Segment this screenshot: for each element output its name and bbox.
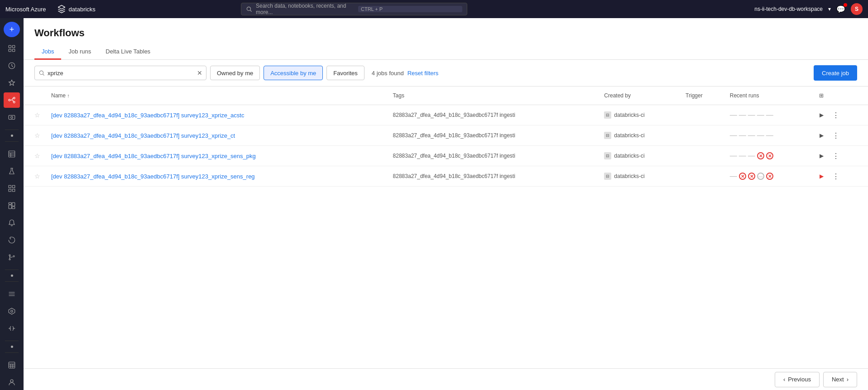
tab-delta-live-tables[interactable]: Delta Live Tables xyxy=(98,44,158,60)
run-2-3: — xyxy=(748,132,755,139)
sidebar-item-recents[interactable] xyxy=(4,58,20,73)
creator-name-1: databricks-ci xyxy=(614,112,644,118)
svg-rect-27 xyxy=(9,362,15,368)
sidebar-dot-3 xyxy=(11,346,13,348)
run-indicators-2: — — — — — xyxy=(730,132,805,139)
sidebar-item-tables[interactable] xyxy=(4,146,20,162)
sidebar-item-ml[interactable] xyxy=(4,303,20,319)
notification-icon[interactable]: 💬 xyxy=(836,5,845,14)
home-icon xyxy=(8,44,16,53)
sidebar-item-features[interactable] xyxy=(4,181,20,196)
catalog-icon xyxy=(8,361,16,369)
sidebar-item-admin[interactable] xyxy=(4,375,20,390)
sidebar-item-home[interactable] xyxy=(4,41,20,56)
play-button-4[interactable]: ▶ xyxy=(816,171,827,182)
sidebar-item-experiments[interactable] xyxy=(4,164,20,179)
col-star xyxy=(24,87,46,105)
workflows-icon xyxy=(8,96,16,104)
admin-icon xyxy=(8,378,16,386)
col-created-by: Created by xyxy=(599,87,680,105)
sidebar-item-catalog[interactable] xyxy=(4,357,20,373)
play-button-1[interactable]: ▶ xyxy=(816,110,827,120)
play-button-3[interactable]: ▶ xyxy=(816,150,827,161)
star-cell-2: ☆ xyxy=(24,125,46,146)
play-button-2[interactable]: ▶ xyxy=(816,130,827,141)
sidebar-item-history[interactable] xyxy=(4,232,20,248)
global-search[interactable]: Search data, notebooks, recents, and mor… xyxy=(241,3,467,15)
more-button-1[interactable]: ⋮ xyxy=(830,110,841,120)
job-link-3[interactable]: [dev 82883a27_dfea_4d94_b18c_93aedbc6717… xyxy=(51,153,256,159)
runs-cell-1: — — — — — xyxy=(724,105,810,125)
svg-point-26 xyxy=(11,310,13,313)
runs-cell-3: — — — ✕ ✕ xyxy=(724,146,810,166)
more-button-3[interactable]: ⋮ xyxy=(830,150,841,161)
run-indicators-1: — — — — — xyxy=(730,111,805,119)
sidebar-item-favorites[interactable] xyxy=(4,75,20,91)
star-icon-1[interactable]: ☆ xyxy=(34,111,40,119)
svg-rect-1 xyxy=(9,45,11,48)
next-label: Next xyxy=(832,376,844,383)
clear-search-button[interactable]: ✕ xyxy=(197,69,202,77)
creator-name-2: databricks-ci xyxy=(614,132,644,139)
column-picker-icon[interactable]: ⊞ xyxy=(816,90,827,101)
job-link-4[interactable]: [dev 82883a27_dfea_4d94_b18c_93aedbc6717… xyxy=(51,173,255,180)
sidebar-item-dashboards[interactable] xyxy=(4,198,20,213)
reset-filters-link[interactable]: Reset filters xyxy=(408,70,439,77)
notification-badge xyxy=(844,3,847,7)
azure-text: Microsoft Azure xyxy=(5,6,46,13)
star-icon-2[interactable]: ☆ xyxy=(34,132,40,139)
svg-point-32 xyxy=(10,380,13,382)
tables-icon xyxy=(8,150,16,158)
actions-cell-2: ▶ ⋮ xyxy=(810,125,868,146)
trigger-cell-1 xyxy=(680,105,724,125)
sidebar-divider-5 xyxy=(5,341,19,341)
tab-jobs[interactable]: Jobs xyxy=(34,44,61,60)
owned-by-me-button[interactable]: Owned by me xyxy=(210,66,260,80)
trigger-cell-4 xyxy=(680,166,724,187)
sidebar-divider-2 xyxy=(5,141,19,142)
job-link-2[interactable]: [dev 82883a27_dfea_4d94_b18c_93aedbc6717… xyxy=(51,132,235,139)
run-error-4-3: ✕ xyxy=(748,173,755,180)
sidebar-item-compute[interactable] xyxy=(4,110,20,125)
search-input[interactable] xyxy=(48,70,194,77)
creator-icon-3: ⊟ xyxy=(604,152,611,159)
run-2-4: — xyxy=(757,132,764,139)
tab-job-runs[interactable]: Job runs xyxy=(61,44,98,60)
create-job-button[interactable]: Create job xyxy=(814,65,857,81)
tag-cell-1: 82883a27_dfea_4d94_b18c_93aedbc6717f ing… xyxy=(388,105,599,125)
star-icon-4[interactable]: ☆ xyxy=(34,173,40,180)
created-by-1: ⊟ databricks-ci xyxy=(604,111,675,119)
sidebar-item-alerts[interactable] xyxy=(4,215,20,231)
more-button-2[interactable]: ⋮ xyxy=(830,130,841,141)
accessible-by-me-button[interactable]: Accessible by me xyxy=(264,66,323,80)
avatar[interactable]: S xyxy=(851,3,863,15)
run-2-5: — xyxy=(766,132,773,139)
previous-button[interactable]: ‹ Previous xyxy=(775,372,820,387)
sidebar-item-new[interactable]: + xyxy=(4,22,20,37)
sidebar-item-pipelines[interactable] xyxy=(4,321,20,336)
sidebar-divider-3 xyxy=(5,270,19,270)
star-cell-1: ☆ xyxy=(24,105,46,125)
history-icon xyxy=(8,236,16,244)
sidebar-item-lists[interactable] xyxy=(4,286,20,302)
favorites-icon xyxy=(8,79,16,87)
creator-name-3: databricks-ci xyxy=(614,153,644,159)
search-placeholder: Search data, notebooks, recents, and mor… xyxy=(256,3,355,15)
favorites-button[interactable]: Favorites xyxy=(326,66,364,80)
git-icon xyxy=(8,253,16,261)
star-icon-3[interactable]: ☆ xyxy=(34,152,40,159)
sidebar-item-git[interactable] xyxy=(4,250,20,265)
svg-point-10 xyxy=(11,116,13,119)
col-recent-runs: Recent runs xyxy=(724,87,810,105)
svg-rect-17 xyxy=(9,205,11,209)
main-content: Workflows Jobs Job runs Delta Live Table… xyxy=(24,18,868,390)
col-name[interactable]: Name ↑ xyxy=(46,87,388,105)
sidebar-dot-2 xyxy=(11,274,13,277)
job-link-1[interactable]: [dev 82883a27_dfea_4d94_b18c_93aedbc6717… xyxy=(51,112,244,119)
svg-rect-3 xyxy=(9,49,11,52)
sidebar-item-workflows[interactable] xyxy=(4,92,20,108)
svg-rect-11 xyxy=(9,151,15,157)
more-button-4[interactable]: ⋮ xyxy=(830,171,841,182)
top-navigation: Microsoft Azure databricks Search data, … xyxy=(0,0,868,18)
next-button[interactable]: Next › xyxy=(823,372,857,387)
